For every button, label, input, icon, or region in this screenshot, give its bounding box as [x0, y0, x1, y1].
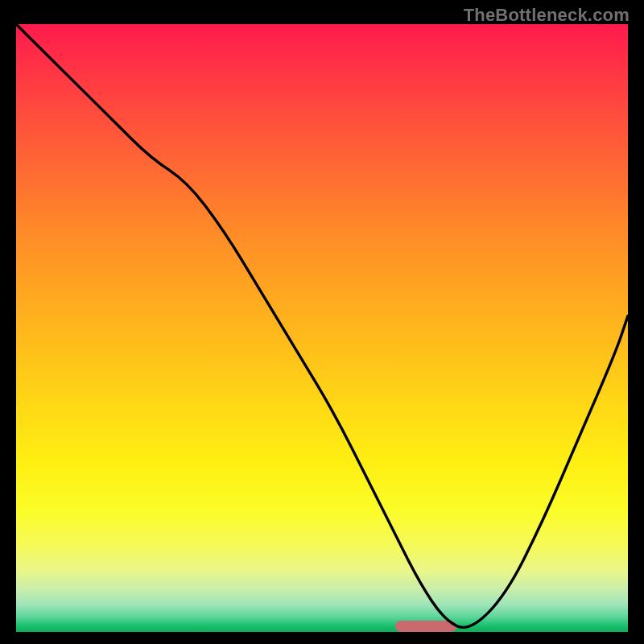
plot-area: [16, 24, 628, 632]
chart-canvas: TheBottleneck.com: [0, 0, 644, 644]
watermark-text: TheBottleneck.com: [464, 5, 630, 26]
bottleneck-curve: [16, 24, 628, 632]
